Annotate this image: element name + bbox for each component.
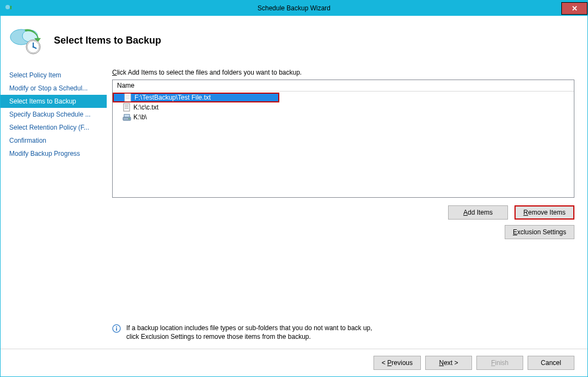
add-items-button[interactable]: Add Items: [448, 205, 508, 220]
app-icon: [5, 4, 14, 13]
finish-button: Finish: [476, 356, 523, 370]
next-button[interactable]: Next >: [425, 356, 472, 370]
drive-icon: [122, 113, 131, 121]
svg-point-0: [5, 5, 10, 9]
cancel-button[interactable]: Cancel: [528, 356, 574, 370]
instruction-text: Click Add Items to select the files and …: [112, 69, 574, 76]
previous-button[interactable]: < Previous: [373, 356, 421, 370]
list-item[interactable]: K:\b\: [113, 112, 574, 122]
wizard-content: Click Add Items to select the files and …: [107, 65, 587, 349]
svg-point-7: [33, 46, 34, 48]
wizard-split: Select Policy Item Modify or Stop a Sche…: [1, 65, 587, 349]
info-icon: [112, 324, 121, 333]
info-text: If a backup location includes file types…: [126, 324, 377, 341]
item-buttons-row: Add Items Remove Items: [112, 205, 574, 220]
wizard-header: Select Items to Backup: [1, 16, 587, 65]
item-rows: F:\TestBackup\Test File.txt: [113, 92, 574, 122]
item-path: F:\TestBackup\Test File.txt: [134, 94, 211, 101]
svg-rect-12: [124, 104, 130, 111]
svg-rect-21: [116, 326, 117, 327]
titlebar: Schedule Backup Wizard ✕: [1, 1, 587, 16]
item-path: K:\c\c.txt: [133, 104, 158, 111]
list-item[interactable]: K:\c\c.txt: [113, 102, 574, 112]
items-listbox[interactable]: Name F:\TestBackup\Te: [112, 80, 574, 198]
step-specify-backup-schedule[interactable]: Specify Backup Schedule ...: [1, 108, 107, 121]
remove-items-button[interactable]: Remove Items: [514, 205, 574, 220]
step-select-policy-item[interactable]: Select Policy Item: [1, 69, 107, 82]
wizard-body: Select Items to Backup Select Policy Ite…: [1, 16, 587, 376]
wizard-window: Schedule Backup Wizard ✕ Select Items to: [0, 0, 588, 377]
item-path: K:\b\: [133, 113, 147, 121]
svg-rect-8: [125, 94, 131, 101]
window-title: Schedule Backup Wizard: [1, 4, 587, 12]
wizard-steps-sidebar: Select Policy Item Modify or Stop a Sche…: [1, 65, 107, 349]
step-select-retention-policy[interactable]: Select Retention Policy (F...: [1, 121, 107, 134]
close-button[interactable]: ✕: [561, 2, 587, 15]
exclusion-button-row: Exclusion Settings: [112, 225, 574, 239]
page-title: Select Items to Backup: [54, 35, 161, 46]
svg-point-18: [128, 118, 130, 119]
info-note: If a backup location includes file types…: [112, 247, 574, 341]
step-modify-backup-progress[interactable]: Modify Backup Progress: [1, 147, 107, 160]
exclusion-settings-button[interactable]: Exclusion Settings: [505, 225, 574, 239]
column-header-name[interactable]: Name: [113, 80, 574, 92]
cloud-backup-icon: [9, 25, 44, 56]
step-modify-or-stop[interactable]: Modify or Stop a Schedul...: [1, 82, 107, 95]
svg-rect-17: [124, 114, 130, 117]
close-icon: ✕: [572, 5, 578, 12]
file-icon: [122, 103, 131, 112]
wizard-footer: < Previous Next > Finish Cancel: [1, 349, 587, 376]
list-item[interactable]: F:\TestBackup\Test File.txt: [113, 93, 279, 102]
svg-rect-20: [116, 328, 117, 331]
file-icon: [124, 93, 132, 102]
step-confirmation[interactable]: Confirmation: [1, 134, 107, 147]
step-select-items-to-backup[interactable]: Select Items to Backup: [1, 95, 107, 108]
